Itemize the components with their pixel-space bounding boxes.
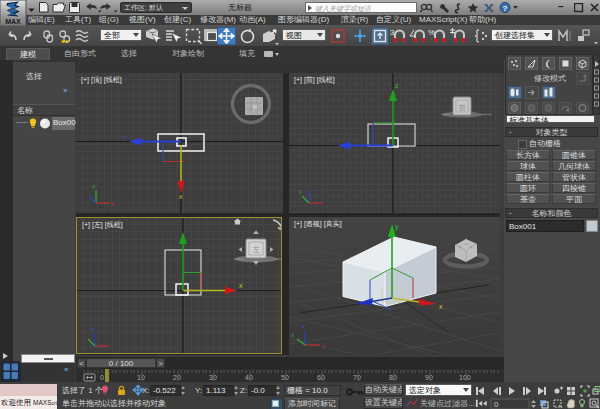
- svg-text:z: z: [91, 326, 94, 332]
- svg-text:左: 左: [253, 246, 260, 253]
- svg-text:y: y: [92, 183, 95, 189]
- svg-text:70: 70: [353, 374, 361, 381]
- svg-text:0: 0: [100, 374, 104, 381]
- svg-text:?: ?: [503, 4, 508, 13]
- svg-text:前: 前: [459, 104, 466, 111]
- svg-text:30: 30: [209, 374, 217, 381]
- svg-text:x: x: [111, 201, 114, 207]
- svg-text:10: 10: [137, 374, 145, 381]
- svg-text:z: z: [395, 82, 399, 89]
- svg-text:0: 0: [494, 400, 499, 409]
- svg-text:3: 3: [390, 28, 395, 37]
- svg-text:20: 20: [173, 374, 181, 381]
- svg-text:80: 80: [389, 374, 397, 381]
- svg-text:z: z: [302, 323, 305, 329]
- svg-text:100: 100: [459, 374, 471, 381]
- svg-text:y: y: [299, 188, 302, 194]
- svg-text:x: x: [439, 303, 443, 310]
- svg-text:%: %: [428, 28, 435, 37]
- svg-text:x: x: [179, 193, 183, 200]
- svg-text:x: x: [291, 332, 294, 338]
- svg-text:y: y: [395, 223, 399, 231]
- svg-text:90: 90: [425, 374, 433, 381]
- svg-text:50: 50: [281, 374, 289, 381]
- svg-text:40: 40: [245, 374, 253, 381]
- svg-text:MAX: MAX: [5, 18, 21, 25]
- svg-text:z: z: [124, 134, 127, 140]
- svg-text:x: x: [239, 282, 243, 289]
- svg-text:60: 60: [317, 374, 325, 381]
- svg-text:y: y: [322, 343, 325, 349]
